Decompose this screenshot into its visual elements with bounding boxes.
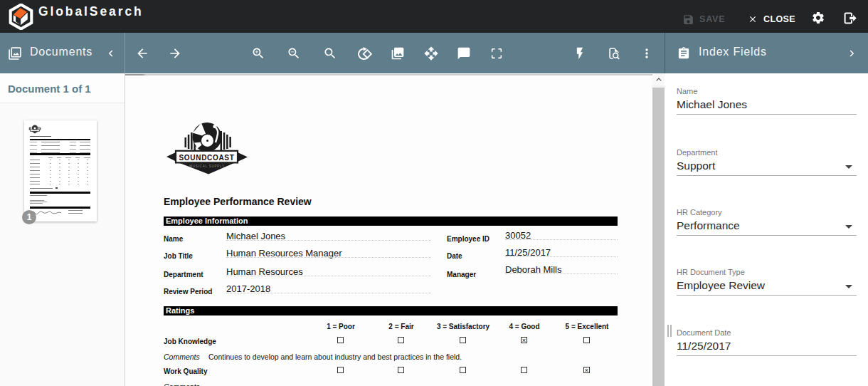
svg-text:SOUNDCOAST: SOUNDCOAST [179, 154, 234, 162]
svg-text:MUSICAL SUPPLY: MUSICAL SUPPLY [189, 165, 225, 168]
